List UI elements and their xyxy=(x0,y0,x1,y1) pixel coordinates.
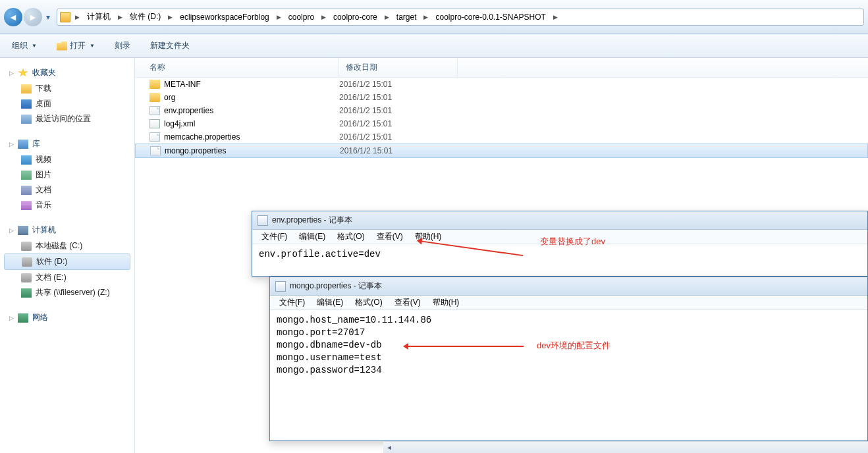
group-label: 网络 xyxy=(32,312,48,323)
nav-history-dropdown[interactable]: ▾ xyxy=(43,8,53,26)
sidebar-item-label: 图片 xyxy=(36,169,51,180)
notepad-titlebar[interactable]: env.properties - 记事本 xyxy=(252,211,867,230)
notepad-window-mongo[interactable]: mongo.properties - 记事本 文件(F) 编辑(E) 格式(O)… xyxy=(269,277,868,441)
notepad-titlebar[interactable]: mongo.properties - 记事本 xyxy=(270,277,867,296)
nav-buttons: ◄ ► ▾ xyxy=(4,8,53,26)
disk-icon xyxy=(22,257,32,267)
sidebar-item-music[interactable]: 音乐 xyxy=(0,198,134,213)
burn-button[interactable]: 刻录 xyxy=(111,38,134,54)
annotation-text: dev环境的配置文件 xyxy=(537,340,610,352)
breadcrumb-item[interactable]: eclipseworkspaceForblog xyxy=(177,9,271,25)
forward-button[interactable]: ► xyxy=(24,8,42,26)
star-icon xyxy=(18,68,28,78)
menu-file[interactable]: 文件(F) xyxy=(256,230,292,244)
folder-icon xyxy=(149,80,160,89)
sidebar-item-videos[interactable]: 视频 xyxy=(0,152,134,167)
back-button[interactable]: ◄ xyxy=(4,8,22,26)
open-button[interactable]: 打开 ▼ xyxy=(53,38,99,54)
chevron-right-icon: ▶ xyxy=(319,14,328,20)
sidebar-item-label: 最近访问的位置 xyxy=(36,113,91,124)
file-list-header: 名称 修改日期 xyxy=(135,58,868,78)
breadcrumb-item[interactable]: coolpro-core-0.0.1-SNAPSHOT xyxy=(433,9,548,25)
folder-icon xyxy=(21,84,32,93)
chevron-right-icon: ▶ xyxy=(275,14,283,20)
organize-button[interactable]: 组织 ▼ xyxy=(8,38,41,54)
breadcrumb-item[interactable]: coolpro-core xyxy=(331,9,380,25)
new-folder-button[interactable]: 新建文件夹 xyxy=(146,38,194,54)
file-icon xyxy=(149,106,160,115)
file-name: META-INF xyxy=(164,80,201,89)
favorites-header[interactable]: 收藏夹 xyxy=(0,65,134,81)
menu-file[interactable]: 文件(F) xyxy=(274,296,310,309)
network-header[interactable]: 网络 xyxy=(0,309,134,326)
menu-help[interactable]: 帮助(H) xyxy=(427,296,465,309)
menu-edit[interactable]: 编辑(E) xyxy=(312,296,348,309)
group-label: 收藏夹 xyxy=(32,67,56,78)
sidebar-item-disk-e[interactable]: 文档 (E:) xyxy=(0,270,134,285)
toolbar-label: 组织 xyxy=(12,40,28,51)
video-icon xyxy=(21,155,32,165)
libraries-header[interactable]: 库 xyxy=(0,136,134,152)
file-date: 2016/1/2 15:01 xyxy=(339,80,458,89)
file-icon xyxy=(149,132,160,142)
toolbar-label: 新建文件夹 xyxy=(150,40,190,51)
menu-format[interactable]: 格式(O) xyxy=(350,296,387,309)
navigation-pane[interactable]: 收藏夹 下载 桌面 最近访问的位置 库 视频 图片 文档 音乐 计算机 本地磁盘… xyxy=(0,58,135,453)
menu-view[interactable]: 查看(V) xyxy=(371,230,408,244)
sidebar-item-documents[interactable]: 文档 xyxy=(0,182,134,198)
sidebar-item-label: 视频 xyxy=(36,154,51,165)
breadcrumb-item[interactable]: target xyxy=(394,9,420,25)
sidebar-item-disk-c[interactable]: 本地磁盘 (C:) xyxy=(0,238,134,253)
sidebar-item-label: 文档 (E:) xyxy=(36,272,67,283)
group-label: 计算机 xyxy=(32,225,56,236)
chevron-right-icon: ▶ xyxy=(73,14,82,20)
file-row[interactable]: memcache.properties2016/1/2 15:01 xyxy=(135,130,868,144)
menu-view[interactable]: 查看(V) xyxy=(389,296,426,309)
sidebar-item-downloads[interactable]: 下载 xyxy=(0,81,134,96)
sidebar-item-disk-d[interactable]: 软件 (D:) xyxy=(4,253,130,270)
file-name: org xyxy=(164,93,175,102)
file-name: mongo.properties xyxy=(165,146,226,155)
column-header-name[interactable]: 名称 xyxy=(135,58,339,77)
file-date: 2016/1/2 15:01 xyxy=(339,106,458,115)
file-row[interactable]: mongo.properties2016/1/2 15:01 xyxy=(135,144,868,158)
network-drive-icon xyxy=(21,288,32,298)
horizontal-scrollbar[interactable]: ◄ xyxy=(383,441,868,453)
document-icon xyxy=(21,186,32,195)
file-date: 2016/1/2 15:01 xyxy=(339,132,458,142)
sidebar-item-pictures[interactable]: 图片 xyxy=(0,167,134,182)
file-row[interactable]: org2016/1/2 15:01 xyxy=(135,91,868,104)
chevron-right-icon: ▶ xyxy=(421,14,430,20)
breadcrumb-item[interactable]: 软件 (D:) xyxy=(127,9,163,25)
toolbar-label: 打开 xyxy=(70,40,86,51)
sidebar-item-label: 桌面 xyxy=(36,98,51,109)
chevron-right-icon: ▶ xyxy=(166,14,175,20)
menu-edit[interactable]: 编辑(E) xyxy=(294,230,331,244)
notepad-icon xyxy=(275,281,286,292)
network-icon xyxy=(18,313,28,323)
file-row[interactable]: META-INF2016/1/2 15:01 xyxy=(135,78,868,91)
sidebar-item-share-z[interactable]: 共享 (\\fileserver) (Z:) xyxy=(0,285,134,300)
breadcrumb-item[interactable]: coolpro xyxy=(286,9,317,25)
sidebar-item-recent[interactable]: 最近访问的位置 xyxy=(0,111,134,126)
file-name: log4j.xml xyxy=(164,119,195,128)
file-row[interactable]: env.properties2016/1/2 15:01 xyxy=(135,104,868,117)
desktop-icon xyxy=(21,99,32,109)
sidebar-item-label: 软件 (D:) xyxy=(36,256,67,267)
file-row[interactable]: log4j.xml2016/1/2 15:01 xyxy=(135,117,868,130)
column-header-date[interactable]: 修改日期 xyxy=(339,58,458,77)
group-label: 库 xyxy=(32,138,40,149)
computer-header[interactable]: 计算机 xyxy=(0,222,134,238)
sidebar-item-desktop[interactable]: 桌面 xyxy=(0,96,134,111)
breadcrumb-bar[interactable]: ▶ 计算机 ▶ 软件 (D:) ▶ eclipseworkspaceForblo… xyxy=(57,9,864,26)
sidebar-item-label: 文档 xyxy=(36,184,51,196)
disk-icon xyxy=(21,273,32,282)
scroll-left-button[interactable]: ◄ xyxy=(383,442,395,453)
menu-format[interactable]: 格式(O) xyxy=(332,230,369,244)
computer-group: 计算机 本地磁盘 (C:) 软件 (D:) 文档 (E:) 共享 (\\file… xyxy=(0,222,134,300)
sidebar-item-label: 下载 xyxy=(36,83,51,94)
library-icon xyxy=(18,140,28,149)
file-name: memcache.properties xyxy=(164,132,240,142)
file-date: 2016/1/2 15:01 xyxy=(340,146,458,155)
breadcrumb-item[interactable]: 计算机 xyxy=(84,9,113,25)
